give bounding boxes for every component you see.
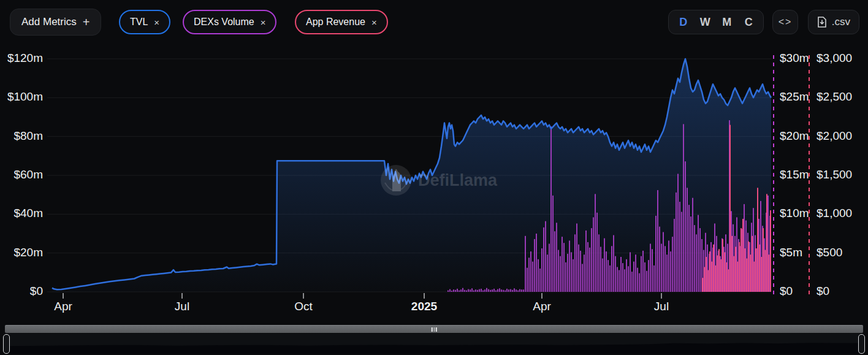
interval-selector: D W M C <box>668 10 764 34</box>
close-icon[interactable]: × <box>371 17 377 28</box>
brush-grip-icon[interactable] <box>432 327 437 332</box>
close-icon[interactable]: × <box>154 17 159 28</box>
svg-text:Jul: Jul <box>654 300 669 313</box>
brush-preview-silhouette <box>5 343 863 354</box>
csv-label: .csv <box>832 16 850 28</box>
svg-text:$40m: $40m <box>13 207 43 219</box>
svg-text:Apr: Apr <box>533 300 551 313</box>
svg-text:2025: 2025 <box>411 300 438 313</box>
svg-text:$15m: $15m <box>780 168 809 181</box>
plus-icon: + <box>83 15 90 29</box>
svg-text:$80m: $80m <box>13 129 43 142</box>
svg-text:$1,500: $1,500 <box>817 168 852 181</box>
brush-scrollbar[interactable] <box>5 325 863 333</box>
range-brush <box>0 321 868 355</box>
add-metrics-label: Add Metrics <box>21 16 77 28</box>
chart-canvas[interactable]: $120m$30m$3,000$100m$25m$2,500$80m$20m$2… <box>0 44 868 321</box>
svg-text:$5m: $5m <box>780 246 802 259</box>
svg-text:$120m: $120m <box>7 52 43 64</box>
metric-pill-label: TVL <box>130 17 148 28</box>
svg-text:$60m: $60m <box>13 168 43 181</box>
svg-text:$0: $0 <box>780 284 793 297</box>
svg-text:$1,000: $1,000 <box>817 207 852 219</box>
embed-button[interactable]: <> <box>772 10 798 34</box>
interval-monthly-button[interactable]: M <box>717 16 737 29</box>
svg-text:$500: $500 <box>817 246 842 259</box>
svg-text:$20m: $20m <box>13 246 43 259</box>
x-axis: AprJulOct2025AprJul <box>54 293 669 313</box>
svg-text:$30m: $30m <box>780 52 809 64</box>
svg-text:$20m: $20m <box>780 129 809 142</box>
interval-daily-button[interactable]: D <box>674 16 693 29</box>
metric-pill-app-revenue[interactable]: App Revenue × <box>295 10 388 34</box>
svg-text:$0: $0 <box>817 284 829 297</box>
svg-text:$2,500: $2,500 <box>817 90 852 103</box>
svg-text:Oct: Oct <box>294 300 313 313</box>
svg-text:Jul: Jul <box>175 300 189 313</box>
interval-cumulative-button[interactable]: C <box>739 16 758 29</box>
brush-left-handle[interactable] <box>3 334 10 354</box>
svg-text:$0: $0 <box>30 284 43 297</box>
metric-pill-label: App Revenue <box>306 17 365 28</box>
metric-pill-dexs-volume[interactable]: DEXs Volume × <box>183 10 276 34</box>
brush-preview-chart <box>5 334 863 354</box>
defillama-chart-view: Add Metrics + TVL × DEXs Volume × App Re… <box>0 0 868 355</box>
svg-text:$3,000: $3,000 <box>817 52 852 64</box>
code-brackets-icon: <> <box>779 17 793 28</box>
toolbar: Add Metrics + TVL × DEXs Volume × App Re… <box>0 0 868 44</box>
brush-right-handle[interactable] <box>858 334 865 354</box>
svg-text:$2,000: $2,000 <box>817 129 852 142</box>
download-csv-button[interactable]: .csv <box>808 10 859 34</box>
interval-weekly-button[interactable]: W <box>695 16 715 29</box>
close-icon[interactable]: × <box>261 17 266 28</box>
svg-text:Apr: Apr <box>54 300 72 313</box>
svg-text:$25m: $25m <box>780 90 809 103</box>
metric-pill-label: DEXs Volume <box>194 17 254 28</box>
file-download-icon <box>817 17 827 28</box>
add-metrics-button[interactable]: Add Metrics + <box>10 9 101 36</box>
svg-text:$10m: $10m <box>780 207 809 219</box>
svg-text:$100m: $100m <box>7 90 43 103</box>
metric-pill-tvl[interactable]: TVL × <box>119 10 170 34</box>
